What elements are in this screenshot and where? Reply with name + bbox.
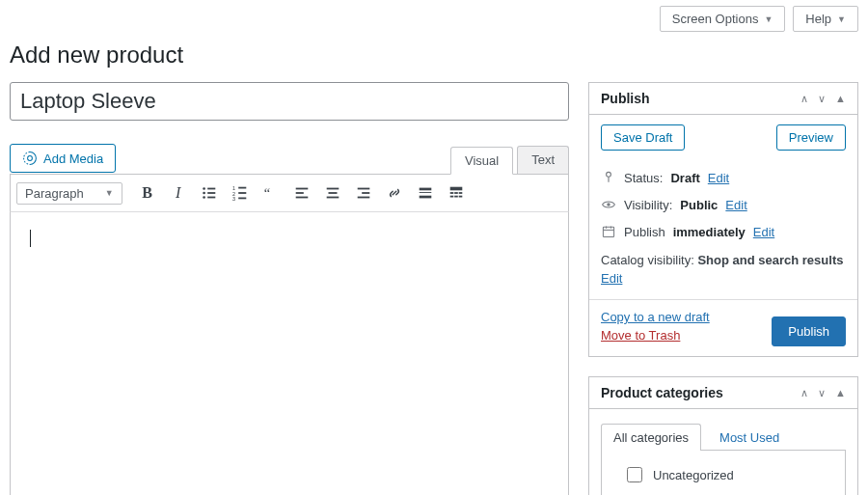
chevron-down-icon: ▼ (105, 188, 114, 198)
svg-rect-6 (207, 197, 215, 199)
read-more-button[interactable] (412, 180, 439, 206)
svg-rect-14 (295, 188, 308, 190)
align-right-icon (355, 184, 372, 202)
svg-point-3 (203, 192, 205, 195)
kitchen-sink-icon (448, 184, 465, 202)
add-media-label: Add Media (43, 151, 103, 166)
svg-rect-35 (603, 227, 613, 236)
categories-heading: Product categories (601, 385, 723, 400)
svg-rect-17 (326, 188, 339, 190)
schedule-label: Publish (624, 225, 665, 239)
categories-panel: Uncategorized (601, 450, 846, 495)
move-up-icon[interactable]: ∧ (800, 93, 808, 105)
edit-visibility-link[interactable]: Edit (725, 198, 746, 212)
svg-rect-28 (454, 192, 458, 194)
tab-visual[interactable]: Visual (450, 147, 513, 175)
svg-rect-27 (449, 192, 453, 194)
schedule-value: immediately (673, 225, 746, 239)
svg-rect-32 (458, 196, 462, 198)
svg-text:“: “ (263, 185, 269, 201)
svg-rect-23 (419, 188, 431, 191)
link-icon (386, 184, 403, 202)
tab-text[interactable]: Text (517, 146, 569, 174)
align-right-button[interactable] (350, 180, 377, 206)
format-label: Paragraph (25, 186, 84, 201)
svg-rect-21 (362, 192, 369, 194)
visibility-value: Public (680, 198, 718, 212)
chevron-down-icon: ▼ (837, 14, 846, 24)
svg-rect-19 (326, 197, 339, 199)
quote-icon: “ (262, 184, 280, 202)
catalog-visibility-label: Catalog visibility: (601, 253, 694, 267)
format-select[interactable]: Paragraph ▼ (16, 182, 122, 205)
toggle-panel-icon[interactable]: ▲ (835, 387, 846, 399)
italic-button[interactable]: I (165, 180, 192, 206)
blockquote-button[interactable]: “ (258, 180, 285, 206)
link-button[interactable] (381, 180, 408, 206)
svg-rect-16 (295, 197, 308, 199)
category-item: Uncategorized (613, 460, 833, 489)
svg-point-5 (203, 196, 205, 199)
svg-rect-4 (207, 192, 215, 194)
visibility-label: Visibility: (624, 198, 672, 212)
numbered-list-icon: 123 (231, 184, 249, 202)
svg-rect-2 (207, 188, 215, 190)
screen-options-button[interactable]: Screen Options ▼ (660, 6, 786, 32)
save-draft-button[interactable]: Save Draft (601, 124, 685, 151)
category-checkbox[interactable] (627, 467, 642, 482)
move-down-icon[interactable]: ∨ (818, 387, 826, 399)
align-left-icon (293, 184, 311, 202)
svg-point-0 (28, 156, 33, 161)
move-up-icon[interactable]: ∧ (800, 387, 808, 399)
bold-button[interactable]: B (134, 180, 161, 206)
svg-point-1 (203, 187, 205, 190)
tab-most-used[interactable]: Most Used (707, 424, 792, 451)
catalog-visibility-value: Shop and search results (697, 253, 843, 267)
align-left-button[interactable] (288, 180, 315, 206)
edit-status-link[interactable]: Edit (708, 171, 729, 185)
edit-schedule-link[interactable]: Edit (753, 225, 774, 239)
tab-all-categories[interactable]: All categories (601, 424, 701, 451)
bullet-list-icon (201, 184, 218, 202)
svg-rect-18 (328, 192, 337, 194)
move-down-icon[interactable]: ∨ (818, 93, 826, 105)
add-media-button[interactable]: Add Media (10, 144, 116, 173)
status-value: Draft (670, 171, 699, 185)
eye-icon (601, 197, 616, 212)
toolbar-toggle-button[interactable] (443, 180, 470, 206)
svg-rect-22 (357, 197, 369, 199)
edit-catalog-link[interactable]: Edit (601, 271, 622, 286)
status-label: Status: (624, 171, 663, 185)
svg-rect-29 (458, 192, 462, 194)
svg-rect-31 (454, 196, 458, 198)
category-label: Uncategorized (653, 468, 734, 482)
product-categories-box: Product categories ∧ ∨ ▲ All categories … (588, 376, 858, 495)
svg-point-33 (607, 172, 611, 177)
publish-box: Publish ∧ ∨ ▲ Save Draft Preview Status:… (588, 82, 858, 357)
pin-icon (601, 170, 616, 185)
preview-button[interactable]: Preview (776, 124, 846, 151)
svg-rect-24 (419, 192, 431, 193)
svg-rect-10 (238, 192, 246, 194)
publish-button[interactable]: Publish (772, 316, 846, 346)
align-center-button[interactable] (319, 180, 346, 206)
help-button[interactable]: Help ▼ (793, 6, 858, 32)
calendar-icon (601, 224, 616, 239)
svg-rect-15 (295, 192, 303, 194)
media-icon (22, 151, 38, 166)
text-cursor (30, 230, 31, 247)
numbered-list-button[interactable]: 123 (227, 180, 254, 206)
screen-options-label: Screen Options (672, 12, 759, 26)
toggle-panel-icon[interactable]: ▲ (835, 93, 846, 105)
page-title: Add new product (10, 41, 858, 69)
move-to-trash-link[interactable]: Move to Trash (601, 328, 710, 343)
copy-to-draft-link[interactable]: Copy to a new draft (601, 310, 710, 324)
svg-rect-30 (449, 196, 453, 198)
product-title-input[interactable] (10, 82, 569, 121)
svg-rect-8 (238, 187, 246, 189)
svg-rect-26 (449, 187, 462, 191)
content-editor[interactable] (10, 212, 569, 495)
bullet-list-button[interactable] (196, 180, 223, 206)
chevron-down-icon: ▼ (764, 14, 773, 24)
svg-text:3: 3 (232, 196, 235, 202)
